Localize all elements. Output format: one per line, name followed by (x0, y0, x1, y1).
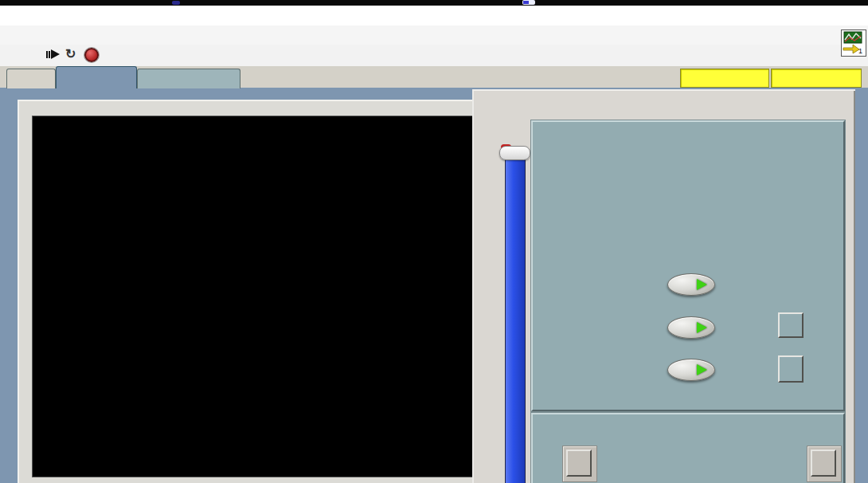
menu-bar (0, 26, 868, 45)
background-fragment (172, 1, 180, 5)
date-indicator (680, 69, 769, 88)
stop-icon[interactable] (84, 48, 99, 62)
tab-main[interactable] (6, 69, 56, 88)
app-window: ↻ 1 (0, 0, 868, 483)
run-icon-arrow (51, 49, 60, 59)
normal-color-frame (807, 446, 842, 482)
panel-window-icon: 1 (841, 29, 866, 57)
continuous-run-icon[interactable]: ↻ (65, 46, 76, 61)
background-fragment (523, 1, 529, 4)
depth-slider-handle[interactable] (499, 146, 530, 160)
time-indicator (771, 69, 862, 88)
panel-number: 1 (858, 47, 862, 54)
toolbar (0, 45, 868, 67)
axes-toggle-button[interactable] (667, 316, 715, 339)
axes-button-arrow-icon (697, 322, 707, 333)
surface-color-box[interactable] (566, 450, 592, 477)
surface-color-frame (562, 446, 597, 482)
background-window-edge (0, 0, 868, 6)
tab-adjustments[interactable] (137, 69, 240, 88)
grid-color-box[interactable] (778, 355, 803, 383)
grid-toggle-button[interactable] (667, 359, 715, 381)
3d-plot[interactable] (32, 116, 477, 477)
run-icon[interactable] (46, 49, 61, 60)
reset-button-arrow-icon (697, 279, 707, 290)
title-bar (0, 6, 868, 26)
axes-color-box[interactable] (778, 312, 803, 338)
reset-button[interactable] (667, 273, 715, 296)
normal-color-box[interactable] (811, 450, 836, 477)
depth-slider-track[interactable] (505, 151, 526, 483)
tab-3d-scope[interactable] (56, 66, 137, 88)
background-fragment (522, 0, 535, 5)
grid-button-arrow-icon (697, 364, 707, 375)
